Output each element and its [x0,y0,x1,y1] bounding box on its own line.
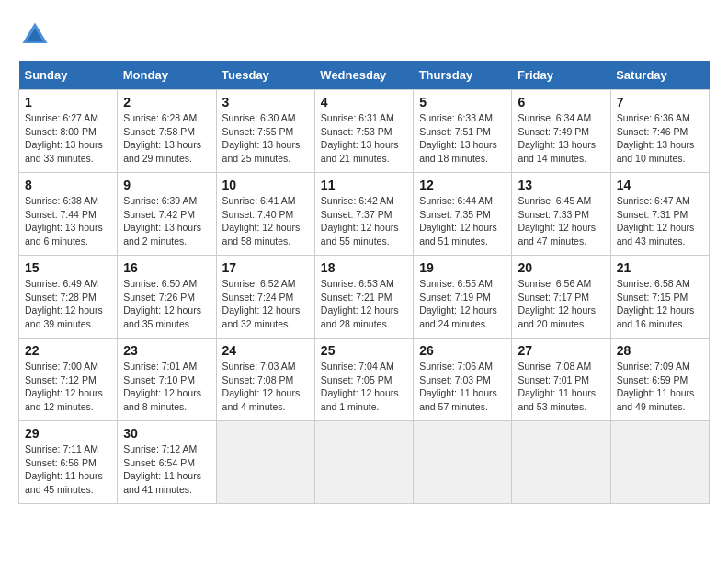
day-number: 21 [617,260,703,275]
calendar-cell: 21Sunrise: 6:58 AMSunset: 7:15 PMDayligh… [610,256,709,339]
calendar-cell [314,421,413,504]
day-info: Sunrise: 7:08 AMSunset: 7:01 PMDaylight:… [518,360,604,414]
weekday-header-row: SundayMondayTuesdayWednesdayThursdayFrid… [19,61,710,90]
weekday-header-wednesday: Wednesday [314,61,413,90]
day-number: 28 [617,343,703,358]
calendar-cell: 17Sunrise: 6:52 AMSunset: 7:24 PMDayligh… [216,256,314,339]
day-info: Sunrise: 6:31 AMSunset: 7:53 PMDaylight:… [321,111,407,166]
logo-icon [18,18,51,52]
calendar-cell [610,421,709,504]
logo [18,18,57,52]
calendar-cell: 8Sunrise: 6:38 AMSunset: 7:44 PMDaylight… [19,173,118,256]
day-info: Sunrise: 7:11 AMSunset: 6:56 PMDaylight:… [25,442,111,497]
calendar-cell: 9Sunrise: 6:39 AMSunset: 7:42 PMDaylight… [118,173,216,256]
day-number: 7 [617,95,703,109]
calendar-week-5: 22Sunrise: 7:00 AMSunset: 7:12 PMDayligh… [19,339,710,421]
page-header [18,18,710,52]
day-number: 14 [617,178,703,192]
calendar-cell: 15Sunrise: 6:49 AMSunset: 7:28 PMDayligh… [19,256,118,339]
day-info: Sunrise: 6:50 AMSunset: 7:26 PMDaylight:… [123,277,210,331]
day-number: 11 [321,178,407,192]
weekday-header-tuesday: Tuesday [216,61,314,90]
day-info: Sunrise: 7:03 AMSunset: 7:08 PMDaylight:… [222,360,309,414]
calendar-cell: 16Sunrise: 6:50 AMSunset: 7:26 PMDayligh… [118,256,216,339]
weekday-header-saturday: Saturday [610,61,709,90]
weekday-header-sunday: Sunday [19,61,118,90]
calendar-cell: 13Sunrise: 6:45 AMSunset: 7:33 PMDayligh… [512,173,610,256]
day-number: 1 [25,95,111,109]
day-info: Sunrise: 6:47 AMSunset: 7:31 PMDaylight:… [617,194,703,248]
day-info: Sunrise: 7:12 AMSunset: 6:54 PMDaylight:… [123,442,210,497]
day-number: 23 [123,343,210,358]
day-info: Sunrise: 6:33 AMSunset: 7:51 PMDaylight:… [419,111,506,166]
day-info: Sunrise: 6:27 AMSunset: 8:00 PMDaylight:… [25,111,111,166]
day-number: 30 [123,426,210,441]
calendar-cell [414,421,512,504]
day-info: Sunrise: 6:44 AMSunset: 7:35 PMDaylight:… [419,194,506,248]
day-number: 17 [222,260,309,275]
day-info: Sunrise: 6:30 AMSunset: 7:55 PMDaylight:… [222,111,309,166]
calendar-cell: 22Sunrise: 7:00 AMSunset: 7:12 PMDayligh… [19,339,118,421]
calendar-cell: 19Sunrise: 6:55 AMSunset: 7:19 PMDayligh… [414,256,512,339]
weekday-header-monday: Monday [118,61,216,90]
calendar-cell: 23Sunrise: 7:01 AMSunset: 7:10 PMDayligh… [118,339,216,421]
day-number: 4 [321,95,407,109]
weekday-header-friday: Friday [512,61,610,90]
day-number: 18 [321,260,407,275]
day-number: 22 [25,343,111,358]
calendar-cell: 1Sunrise: 6:27 AMSunset: 8:00 PMDaylight… [19,90,118,173]
calendar-cell: 26Sunrise: 7:06 AMSunset: 7:03 PMDayligh… [414,339,512,421]
calendar-cell: 12Sunrise: 6:44 AMSunset: 7:35 PMDayligh… [414,173,512,256]
day-number: 8 [25,178,111,192]
day-info: Sunrise: 6:53 AMSunset: 7:21 PMDaylight:… [321,277,407,331]
day-info: Sunrise: 6:45 AMSunset: 7:33 PMDaylight:… [518,194,604,248]
day-number: 16 [123,260,210,275]
day-number: 3 [222,95,309,109]
day-number: 26 [419,343,506,358]
calendar-cell: 14Sunrise: 6:47 AMSunset: 7:31 PMDayligh… [610,173,709,256]
day-info: Sunrise: 6:38 AMSunset: 7:44 PMDaylight:… [25,194,111,248]
day-number: 19 [419,260,506,275]
calendar-cell: 2Sunrise: 6:28 AMSunset: 7:58 PMDaylight… [118,90,216,173]
day-number: 2 [123,95,210,109]
day-info: Sunrise: 6:49 AMSunset: 7:28 PMDaylight:… [25,277,111,331]
day-info: Sunrise: 6:52 AMSunset: 7:24 PMDaylight:… [222,277,309,331]
calendar-cell: 30Sunrise: 7:12 AMSunset: 6:54 PMDayligh… [118,421,216,504]
day-info: Sunrise: 6:41 AMSunset: 7:40 PMDaylight:… [222,194,309,248]
day-number: 15 [25,260,111,275]
day-info: Sunrise: 6:58 AMSunset: 7:15 PMDaylight:… [617,277,703,331]
calendar-week-3: 8Sunrise: 6:38 AMSunset: 7:44 PMDaylight… [19,173,710,256]
day-number: 13 [518,178,604,192]
calendar-cell: 7Sunrise: 6:36 AMSunset: 7:46 PMDaylight… [610,90,709,173]
day-info: Sunrise: 7:06 AMSunset: 7:03 PMDaylight:… [419,360,506,414]
day-number: 10 [222,178,309,192]
day-info: Sunrise: 6:55 AMSunset: 7:19 PMDaylight:… [419,277,506,331]
day-info: Sunrise: 7:00 AMSunset: 7:12 PMDaylight:… [25,360,111,414]
calendar-cell: 24Sunrise: 7:03 AMSunset: 7:08 PMDayligh… [216,339,314,421]
calendar-cell: 20Sunrise: 6:56 AMSunset: 7:17 PMDayligh… [512,256,610,339]
calendar-week-2: 1Sunrise: 6:27 AMSunset: 8:00 PMDaylight… [19,90,710,173]
calendar-cell: 18Sunrise: 6:53 AMSunset: 7:21 PMDayligh… [314,256,413,339]
calendar-cell [216,421,314,504]
day-info: Sunrise: 7:01 AMSunset: 7:10 PMDaylight:… [123,360,210,414]
day-number: 27 [518,343,604,358]
day-number: 12 [419,178,506,192]
day-number: 6 [518,95,604,109]
calendar-cell: 3Sunrise: 6:30 AMSunset: 7:55 PMDaylight… [216,90,314,173]
calendar-cell: 6Sunrise: 6:34 AMSunset: 7:49 PMDaylight… [512,90,610,173]
calendar-week-6: 29Sunrise: 7:11 AMSunset: 6:56 PMDayligh… [19,421,710,504]
day-number: 25 [321,343,407,358]
calendar-cell: 10Sunrise: 6:41 AMSunset: 7:40 PMDayligh… [216,173,314,256]
day-number: 9 [123,178,210,192]
day-info: Sunrise: 6:28 AMSunset: 7:58 PMDaylight:… [123,111,210,166]
calendar-cell: 27Sunrise: 7:08 AMSunset: 7:01 PMDayligh… [512,339,610,421]
calendar-table: SundayMondayTuesdayWednesdayThursdayFrid… [18,61,710,504]
day-info: Sunrise: 6:39 AMSunset: 7:42 PMDaylight:… [123,194,210,248]
calendar-cell [512,421,610,504]
day-number: 29 [25,426,111,441]
calendar-cell: 11Sunrise: 6:42 AMSunset: 7:37 PMDayligh… [314,173,413,256]
day-info: Sunrise: 6:42 AMSunset: 7:37 PMDaylight:… [321,194,407,248]
day-number: 20 [518,260,604,275]
weekday-header-thursday: Thursday [414,61,512,90]
calendar-cell: 28Sunrise: 7:09 AMSunset: 6:59 PMDayligh… [610,339,709,421]
